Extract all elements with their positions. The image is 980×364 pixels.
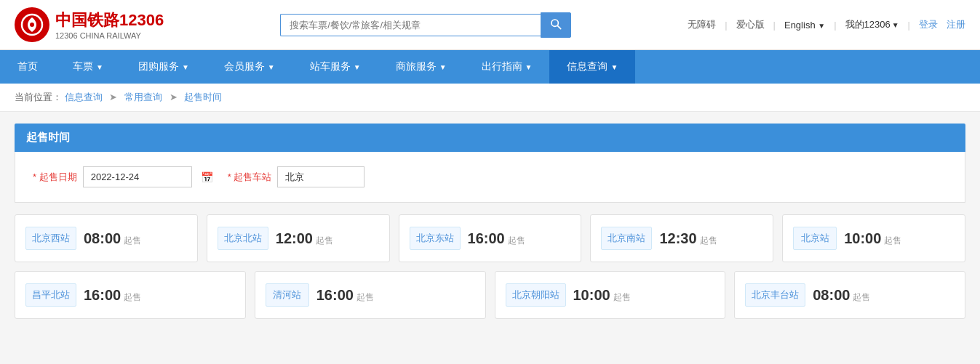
separator1: | — [725, 20, 727, 31]
station-time-value-r2-2: 10:00 — [573, 287, 610, 304]
english-link[interactable]: English ▼ — [784, 20, 825, 31]
nav-arrow-icon: ▼ — [182, 63, 189, 71]
station-time-label-1: 起售 — [316, 235, 333, 247]
english-arrow-icon: ▼ — [818, 22, 825, 30]
nav-arrow-icon: ▼ — [439, 63, 447, 71]
form-row: * 起售日期 📅 * 起售车站 — [33, 166, 947, 187]
svg-point-1 — [30, 23, 34, 27]
station-time-value-1: 12:00 — [276, 230, 313, 247]
nav-arrow-icon: ▼ — [610, 63, 618, 71]
main-nav: 首页 车票 ▼ 团购服务 ▼ 会员服务 ▼ 站车服务 ▼ 商旅服务 ▼ 出行指南… — [0, 50, 980, 84]
station-time-r2-3: 08:00 起售 — [813, 287, 870, 304]
breadcrumb-prefix: 当前位置： — [15, 92, 62, 102]
breadcrumb-info-query[interactable]: 信息查询 — [65, 92, 103, 102]
stations-row1: 北京西站 08:00 起售 北京北站 12:00 起售 北京东站 16:00 起… — [15, 214, 965, 262]
main-content: 起售时间 * 起售日期 📅 * 起售车站 北京西站 08:00 起售 北京北站 — [0, 112, 980, 331]
date-field: * 起售日期 📅 — [33, 166, 213, 187]
my-account-link[interactable]: 我的12306 ▼ — [845, 18, 899, 31]
station-card-r2-2: 北京朝阳站 10:00 起售 — [495, 271, 726, 319]
account-arrow-icon: ▼ — [892, 21, 899, 29]
station-time-value-r2-1: 16:00 — [316, 287, 354, 304]
station-name-r2-0: 昌平北站 — [25, 283, 76, 307]
station-name-r2-1: 清河站 — [266, 283, 309, 307]
separator2: | — [773, 20, 776, 31]
nav-item-business[interactable]: 商旅服务 ▼ — [378, 50, 464, 84]
station-time-2: 16:00 起售 — [468, 230, 525, 247]
login-link[interactable]: 登录 — [919, 18, 938, 31]
logo-sub-text: 12306 CHINA RAILWAY — [55, 31, 164, 40]
station-name-0: 北京西站 — [25, 227, 76, 250]
station-time-label-r2-3: 起售 — [853, 291, 870, 304]
nav-item-travel-guide[interactable]: 出行指南 ▼ — [464, 50, 550, 84]
nav-arrow-icon: ▼ — [96, 63, 103, 71]
station-time-1: 12:00 起售 — [276, 230, 333, 247]
station-time-label-2: 起售 — [508, 235, 525, 247]
no-barrier-link[interactable]: 无障碍 — [688, 18, 716, 31]
search-area — [280, 12, 571, 38]
station-card-0: 北京西站 08:00 起售 — [15, 214, 198, 262]
station-time-value-r2-3: 08:00 — [813, 287, 850, 304]
station-time-value-0: 08:00 — [84, 230, 121, 247]
station-card-1: 北京北站 12:00 起售 — [207, 214, 390, 262]
logo-main-text: 中国铁路12306 — [55, 9, 164, 31]
station-name-4: 北京站 — [793, 227, 837, 250]
nav-arrow-icon: ▼ — [354, 63, 361, 71]
date-input[interactable] — [83, 166, 192, 187]
header: 中国铁路12306 12306 CHINA RAILWAY 无障碍 | 爱心版 … — [0, 0, 980, 50]
nav-item-info-query[interactable]: 信息查询 ▼ — [549, 50, 635, 84]
station-name-r2-2: 北京朝阳站 — [506, 283, 566, 307]
header-links: 无障碍 | 爱心版 | English ▼ | 我的12306 ▼ | 登录 注… — [688, 18, 965, 31]
station-time-value-4: 10:00 — [844, 230, 881, 247]
breadcrumb-current: 起售时间 — [184, 92, 222, 102]
nav-item-station-service[interactable]: 站车服务 ▼ — [292, 50, 378, 84]
section-header: 起售时间 — [15, 124, 965, 152]
logo-area: 中国铁路12306 12306 CHINA RAILWAY — [15, 7, 164, 42]
nav-arrow-icon: ▼ — [525, 63, 533, 71]
breadcrumb: 当前位置： 信息查询 ➤ 常用查询 ➤ 起售时间 — [0, 84, 980, 112]
love-version-link[interactable]: 爱心版 — [736, 18, 765, 31]
station-time-label-3: 起售 — [700, 235, 717, 247]
separator4: | — [908, 20, 910, 31]
nav-arrow-icon: ▼ — [268, 63, 275, 71]
station-card-4: 北京站 10:00 起售 — [782, 214, 965, 262]
station-time-r2-1: 16:00 起售 — [316, 287, 374, 304]
breadcrumb-common-query[interactable]: 常用查询 — [124, 92, 162, 102]
station-name-3: 北京南站 — [601, 227, 652, 250]
logo-text: 中国铁路12306 12306 CHINA RAILWAY — [55, 9, 164, 40]
search-button[interactable] — [541, 12, 571, 38]
svg-line-3 — [558, 25, 561, 28]
separator3: | — [834, 20, 836, 31]
station-time-value-3: 12:30 — [659, 230, 696, 247]
station-name-1: 北京北站 — [218, 227, 268, 250]
station-card-r2-0: 昌平北站 16:00 起售 — [15, 271, 246, 319]
station-card-3: 北京南站 12:30 起售 — [590, 214, 773, 262]
breadcrumb-sep2: ➤ — [170, 92, 178, 102]
search-input[interactable] — [280, 14, 541, 36]
station-time-label-r2-2: 起售 — [613, 291, 631, 304]
station-time-0: 08:00 起售 — [84, 230, 141, 247]
station-input[interactable] — [277, 166, 364, 187]
calendar-icon[interactable]: 📅 — [201, 171, 213, 183]
nav-item-home[interactable]: 首页 — [0, 50, 55, 84]
station-name-2: 北京东站 — [410, 227, 461, 250]
station-card-2: 北京东站 16:00 起售 — [399, 214, 582, 262]
station-time-3: 12:30 起售 — [659, 230, 717, 247]
form-area: * 起售日期 📅 * 起售车站 — [15, 152, 965, 203]
stations-row2: 昌平北站 16:00 起售 清河站 16:00 起售 北京朝阳站 10:00 起… — [15, 271, 965, 319]
nav-item-tickets[interactable]: 车票 ▼ — [55, 50, 121, 84]
station-time-label-r2-1: 起售 — [356, 291, 374, 304]
station-label: * 起售车站 — [228, 171, 272, 184]
search-icon — [550, 18, 562, 30]
nav-item-member[interactable]: 会员服务 ▼ — [207, 50, 292, 84]
station-time-r2-0: 16:00 起售 — [84, 287, 141, 304]
station-time-label-r2-0: 起售 — [124, 291, 141, 304]
station-time-4: 10:00 起售 — [844, 230, 901, 247]
station-time-r2-2: 10:00 起售 — [573, 287, 631, 304]
station-time-label-0: 起售 — [124, 235, 141, 247]
station-name-r2-3: 北京丰台站 — [745, 283, 805, 307]
register-link[interactable]: 注册 — [947, 18, 965, 31]
date-label: * 起售日期 — [33, 171, 77, 184]
nav-item-group[interactable]: 团购服务 ▼ — [121, 50, 207, 84]
station-card-r2-1: 清河站 16:00 起售 — [255, 271, 486, 319]
breadcrumb-sep1: ➤ — [109, 92, 117, 102]
